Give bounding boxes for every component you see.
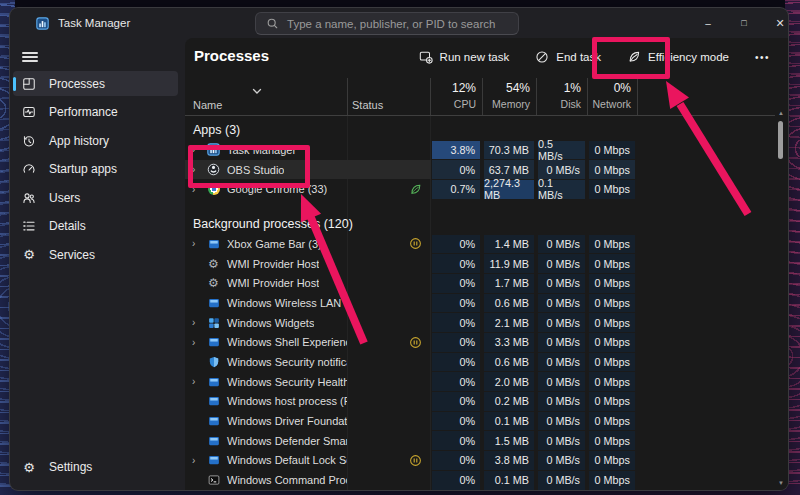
name-cell: › Windows Widgets xyxy=(185,313,347,333)
disk-cell: 0 MB/s xyxy=(538,353,585,372)
close-button[interactable]: ✕ xyxy=(762,8,788,38)
table-row[interactable]: Windows Driver Foundation - ... 0% 0.1 M… xyxy=(185,411,775,431)
name-cell: ⚙ WMI Provider Host xyxy=(185,273,347,293)
efficiency-leaf-icon xyxy=(409,183,422,196)
users-icon xyxy=(22,191,36,205)
window-icon xyxy=(205,335,222,349)
sidebar-item-app-history[interactable]: App history xyxy=(13,128,178,153)
row-expand-chevron[interactable]: › xyxy=(185,317,205,328)
disk-cell: 0 MB/s xyxy=(538,254,585,273)
details-icon xyxy=(22,219,36,233)
disk-total-pct: 1% xyxy=(537,81,581,95)
name-cell: ⚙ WMI Provider Host xyxy=(185,254,347,274)
name-cell: Windows host process (Rundll... xyxy=(185,392,347,412)
cpu-cell: 0% xyxy=(432,392,480,411)
disk-cell: 0 MB/s xyxy=(538,294,585,313)
annotation-box-obs-studio xyxy=(188,145,310,188)
column-header-cpu[interactable]: 12% CPU xyxy=(431,78,481,115)
disk-label: Disk xyxy=(537,98,581,110)
status-cell xyxy=(347,392,431,412)
memory-cell: 0.6 MB xyxy=(484,353,534,372)
name-cell: › Xbox Game Bar (3) xyxy=(185,234,347,254)
cpu-cell: 0% xyxy=(432,294,480,313)
row-expand-chevron[interactable]: › xyxy=(185,238,205,249)
table-row[interactable]: Windows Wireless LAN 802.1... 0% 0.6 MB … xyxy=(185,293,775,313)
network-cell: 0 Mbps xyxy=(589,274,635,293)
network-cell: 0 Mbps xyxy=(589,431,635,450)
table-row[interactable]: › Windows Security Health Servi... 0% 2.… xyxy=(185,372,775,392)
status-cell xyxy=(347,254,431,274)
table-row[interactable]: ⚙ WMI Provider Host 0% 1.7 MB 0 MB/s 0 M… xyxy=(185,273,775,293)
network-cell: 0 Mbps xyxy=(589,313,635,332)
sidebar-item-details[interactable]: Details xyxy=(13,214,178,239)
column-header-network[interactable]: 0% Network xyxy=(588,78,636,115)
sidebar-item-processes[interactable]: Processes xyxy=(13,71,178,96)
name-cell: › Windows Default Lock Screen ... xyxy=(185,451,347,471)
process-name: Windows Shell Experience Hos... xyxy=(222,336,347,348)
scrollbar-down-arrow[interactable]: ▼ xyxy=(775,478,787,488)
sidebar-item-label: Performance xyxy=(49,105,118,119)
column-header-disk[interactable]: 1% Disk xyxy=(537,78,586,115)
hamburger-menu-button[interactable] xyxy=(22,50,38,64)
window-icon xyxy=(205,237,222,251)
memory-cell: 1.4 MB xyxy=(484,235,534,254)
search-input[interactable]: Type a name, publisher, or PID to search xyxy=(255,12,519,35)
disk-cell: 0 MB/s xyxy=(538,471,585,490)
name-cell: Windows Driver Foundation - ... xyxy=(185,411,347,431)
memory-cell: 2.1 MB xyxy=(484,313,534,332)
table-row[interactable]: Windows Security notification ... 0% 0.6… xyxy=(185,352,775,372)
process-name: Windows Widgets xyxy=(222,317,314,329)
table-row[interactable]: › Windows Widgets 0% 2.1 MB 0 MB/s 0 Mbp… xyxy=(185,313,775,333)
sidebar-item-users[interactable]: Users xyxy=(13,185,178,210)
end-task-icon xyxy=(535,50,549,64)
name-cell: › Windows Security Health Servi... xyxy=(185,372,347,392)
titlebar: Task Manager Type a name, publisher, or … xyxy=(10,8,788,38)
sidebar-item-performance[interactable]: Performance xyxy=(13,100,178,125)
sidebar-item-services[interactable]: ⚙ Services xyxy=(13,242,178,267)
memory-cell: 0.6 MB xyxy=(484,294,534,313)
disk-cell: 0 MB/s xyxy=(538,372,585,391)
more-options-button[interactable]: ••• xyxy=(755,52,770,63)
network-cell: 0 Mbps xyxy=(589,254,635,273)
run-new-task-button[interactable]: Run new task xyxy=(419,50,510,64)
column-header-memory[interactable]: 54% Memory xyxy=(483,78,535,115)
table-row[interactable]: › Windows Shell Experience Hos... 0% 3.3… xyxy=(185,333,775,353)
process-name: Windows Wireless LAN 802.1... xyxy=(222,297,347,309)
sidebar-item-label: App history xyxy=(49,134,109,148)
table-row[interactable]: ⚙ WMI Provider Host 0% 11.9 MB 0 MB/s 0 … xyxy=(185,254,775,274)
services-icon: ⚙ xyxy=(22,248,36,262)
cpu-cell: 0.7% xyxy=(432,180,480,199)
memory-cell: 0.1 MB xyxy=(484,471,534,490)
sidebar-item-startup-apps[interactable]: Startup apps xyxy=(13,157,178,182)
minimize-button[interactable]: – xyxy=(690,8,726,38)
memory-cell: 0.1 MB xyxy=(484,412,534,431)
name-cell: Windows Defender SmartScre... xyxy=(185,431,347,451)
disk-cell: 0 MB/s xyxy=(538,313,585,332)
column-header-name[interactable]: Name xyxy=(193,99,222,111)
row-expand-chevron[interactable]: › xyxy=(185,337,205,348)
name-cell: › Windows Shell Experience Hos... xyxy=(185,333,347,353)
app-history-icon xyxy=(22,134,36,148)
status-cell xyxy=(347,431,431,451)
disk-cell: 0 MB/s xyxy=(538,412,585,431)
table-row[interactable]: Windows Defender SmartScre... 0% 1.5 MB … xyxy=(185,431,775,451)
window-icon xyxy=(205,453,222,467)
table-row[interactable]: › Xbox Game Bar (3) 0% 1.4 MB 0 MB/s 0 M… xyxy=(185,234,775,254)
process-name: Windows Security Health Servi... xyxy=(222,376,347,388)
terminal-icon xyxy=(205,473,222,487)
table-row[interactable]: Windows host process (Rundll... 0% 0.2 M… xyxy=(185,392,775,412)
table-row[interactable]: › Windows Default Lock Screen ... 0% 3.8… xyxy=(185,451,775,471)
row-expand-chevron[interactable]: › xyxy=(185,455,205,466)
maximize-button[interactable]: □ xyxy=(726,8,762,38)
status-cell xyxy=(347,234,431,254)
row-expand-chevron[interactable]: › xyxy=(185,376,205,387)
status-cell xyxy=(347,293,431,313)
network-cell: 0 Mbps xyxy=(589,333,635,352)
sidebar-item-settings[interactable]: ⚙ Settings xyxy=(13,455,171,480)
table-row[interactable]: Windows Command Processor 0% 0.1 MB 0 MB… xyxy=(185,470,775,490)
scrollbar-up-arrow[interactable]: ▲ xyxy=(775,108,787,118)
search-placeholder: Type a name, publisher, or PID to search xyxy=(287,18,495,30)
scrollbar-thumb[interactable] xyxy=(778,121,783,159)
column-header-status[interactable]: Status xyxy=(352,99,383,111)
name-cell: Windows Wireless LAN 802.1... xyxy=(185,293,347,313)
